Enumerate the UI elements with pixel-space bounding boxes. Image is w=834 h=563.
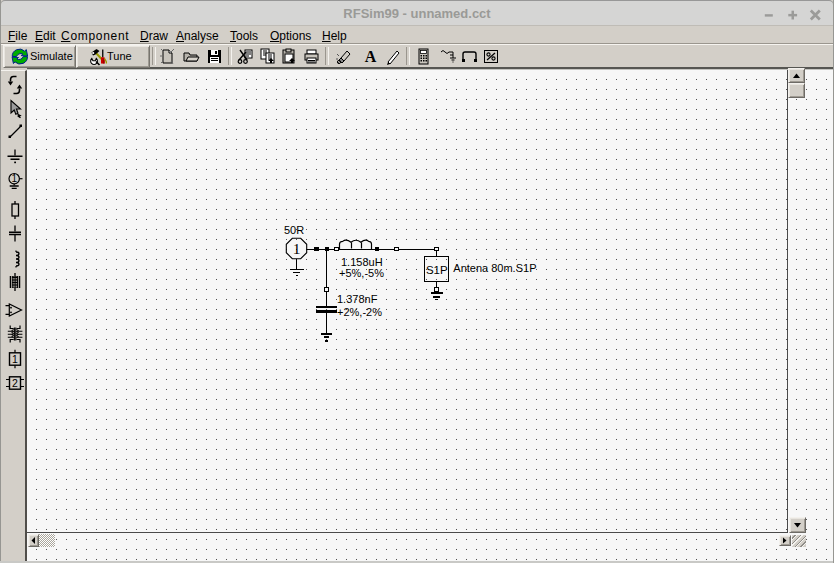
svg-text:+2%,-2%: +2%,-2% <box>337 306 382 318</box>
svg-text:+5%,-5%: +5%,-5% <box>339 267 384 279</box>
svg-text:1: 1 <box>12 352 18 364</box>
svg-text:2: 2 <box>12 376 18 388</box>
svg-text:S1P: S1P <box>426 264 448 276</box>
svg-text:50R: 50R <box>284 224 304 236</box>
svg-text:1: 1 <box>11 173 17 184</box>
svg-text:A: A <box>365 48 377 65</box>
svg-text:1: 1 <box>293 240 301 257</box>
svg-text:1.378nF: 1.378nF <box>337 293 378 305</box>
svg-text:Antena 80m.S1P: Antena 80m.S1P <box>453 262 536 274</box>
